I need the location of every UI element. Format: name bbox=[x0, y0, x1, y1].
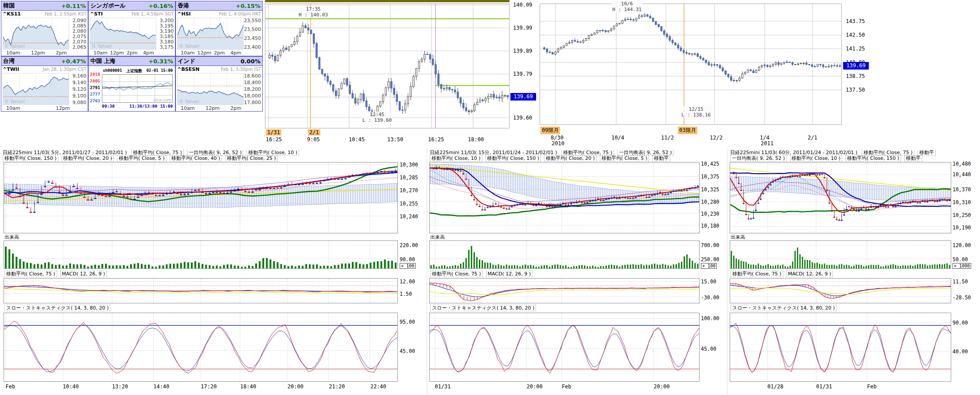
y-tick: 143.75 bbox=[846, 18, 865, 24]
nikkei225mini-5min-chart[interactable]: 日経225mini 11/03( 5分, 2011/01/27 - 2011/0… bbox=[0, 149, 425, 395]
price-tick: 10,255 bbox=[400, 201, 418, 207]
x-tick: 8/30 bbox=[551, 135, 564, 141]
price-tick: 10,250 bbox=[953, 212, 971, 218]
market-widget-taiwan[interactable]: 台湾 +0.47% ^TWII Jan 28, 1:30pm CST 9,160… bbox=[1, 56, 88, 112]
date-highlight-box: 1/31 bbox=[266, 129, 281, 136]
yahoo-watermark: © Yahoo! bbox=[179, 99, 200, 104]
stochastics-tick: 95.00 bbox=[400, 319, 415, 325]
stochastics-tick: 45.00 bbox=[400, 348, 415, 354]
quote-time: Feb 1, 4:59pm SGT bbox=[132, 12, 174, 16]
market-widget-singapore[interactable]: シンガポール +0.16% ^STI Feb 1, 4:59pm SGT 3,2… bbox=[88, 1, 175, 56]
x-tick: 09:30 bbox=[102, 104, 115, 108]
market-name: 台湾 bbox=[3, 57, 15, 65]
market-name: 韓国 bbox=[3, 2, 15, 10]
x-tick: 14:40 bbox=[153, 383, 169, 390]
macd-tick: 15.00 bbox=[701, 279, 716, 285]
stochastics-panel[interactable] bbox=[429, 313, 700, 382]
price-tick: 10,440 bbox=[953, 171, 971, 178]
intraday-canvas bbox=[265, 4, 509, 128]
legend-row-2: 移動平均( Close, 10 )移動平均( Close, 150 )移動平均(… bbox=[430, 155, 673, 162]
x-tick: 18:40 bbox=[240, 383, 256, 390]
y-tick: 2791 bbox=[90, 85, 100, 90]
x-tick: 12pm bbox=[31, 50, 45, 56]
y-tick: 139.99 bbox=[513, 25, 532, 31]
volume-multiplier: × 1000 bbox=[953, 263, 971, 269]
price-panel[interactable] bbox=[4, 162, 398, 233]
stochastics-panel[interactable] bbox=[730, 313, 951, 382]
volume-panel[interactable] bbox=[4, 240, 398, 269]
stochastics-tick: 90.00 bbox=[953, 320, 968, 326]
y-tick: 2819 bbox=[90, 72, 100, 77]
price-tick: 10,240 bbox=[400, 213, 418, 220]
macd-label: 移動平均( Close, 75 )MACD( 12, 26, 9 ) bbox=[4, 271, 110, 277]
sina-y-axis: 28192805279127772763 bbox=[89, 72, 101, 103]
volume-label: 出来高 bbox=[4, 234, 19, 240]
volume-panel[interactable] bbox=[730, 240, 951, 269]
macd-tick: 1.50 bbox=[400, 291, 412, 297]
current-price-box: 139.69 bbox=[843, 62, 869, 70]
volume-tick: 90.00 bbox=[400, 256, 415, 263]
market-name: シンガポール bbox=[90, 2, 126, 10]
price-tick: 10,375 bbox=[701, 174, 719, 180]
widget-chart: 9,1609,1409,1209,1009,080 © Yahoo! bbox=[3, 73, 87, 105]
contract-month-box: 03限月 bbox=[678, 127, 697, 134]
x-tick: 10:45 bbox=[349, 136, 365, 143]
market-widget-hongkong[interactable]: 香港 +0.15% ^HSI Feb 1, 4:00pm HKT 23,5502… bbox=[175, 1, 263, 56]
daily-candle-chart[interactable]: 143.75142.50141.25140.00138.75137.50139.… bbox=[540, 0, 870, 146]
macd-panel[interactable] bbox=[4, 278, 398, 303]
change-percent: +0.16% bbox=[148, 3, 173, 9]
macd-panel[interactable] bbox=[730, 278, 951, 303]
y-tick: 9,140 bbox=[73, 80, 87, 85]
y-tick: 23,550 bbox=[244, 18, 261, 23]
change-percent: +0.31% bbox=[148, 58, 173, 65]
legend-item: 移動平均( Close, 5 ) bbox=[117, 155, 167, 162]
legend-item: 一目均衡表( 9, 26, 52 ) bbox=[730, 155, 787, 162]
market-widget-korea[interactable]: 韓国 +0.11% ^KS11 Feb 1, 2:55pm KST 2,0902… bbox=[1, 1, 88, 56]
market-widget-shanghai[interactable]: 中国 上海 +0.31% sh000001 上证指数 02-01 15:00 2… bbox=[88, 56, 175, 112]
change-percent: +0.47% bbox=[61, 58, 86, 65]
nikkei225mini-15min-chart[interactable]: 日経225mini 11/03( 15分, 2011/01/24 - 2011/… bbox=[427, 149, 726, 395]
x-tick: 10am bbox=[181, 105, 194, 111]
macd-panel-canvas bbox=[730, 279, 951, 303]
volume-panel[interactable] bbox=[429, 240, 700, 269]
nikkei225mini-60min-chart[interactable]: 日経225mini 11/03( 60分, 2011/01/24 - 2011/… bbox=[727, 149, 980, 395]
x-tick: 9:05 bbox=[307, 136, 320, 143]
intraday-y-axis: 140.09139.99139.89139.79139.69139.60 bbox=[511, 4, 536, 128]
yahoo-watermark: © Yahoo! bbox=[4, 44, 25, 49]
stochastics-label: スロー・ストキャスティクス( 14, 3, 80, 20 ) bbox=[4, 305, 113, 311]
x-tick: 16:25 bbox=[266, 136, 282, 143]
y-tick: 18,000 bbox=[244, 93, 261, 99]
price-panel[interactable] bbox=[730, 162, 951, 233]
legend-row-2: 一目均衡表( 9, 26, 52 )移動平均( Close, 10 )移動平均(… bbox=[730, 155, 926, 162]
low-time: 12:45 bbox=[362, 112, 392, 117]
x-tick: 12/2 bbox=[710, 135, 723, 141]
sina-quote-time: 02-01 15:00 bbox=[146, 68, 173, 74]
x-tick: 4pm bbox=[143, 50, 154, 56]
widget-header: 台湾 +0.47% bbox=[1, 57, 88, 66]
intraday-plot[interactable] bbox=[265, 4, 509, 128]
macd-panel-canvas bbox=[4, 279, 397, 303]
stochastics-label: スロー・ストキャスティクス( 14, 3, 80, 20 ) bbox=[731, 305, 840, 311]
y-tick: 9,160 bbox=[73, 73, 87, 79]
intraday-candle-chart[interactable]: 140.09139.99139.89139.79139.69139.60139.… bbox=[265, 0, 537, 146]
market-widgets-grid: 韓国 +0.11% ^KS11 Feb 1, 2:55pm KST 2,0902… bbox=[1, 1, 264, 112]
price-tick: 10,280 bbox=[701, 199, 719, 205]
price-panel[interactable] bbox=[429, 162, 700, 233]
x-tick: 2pm bbox=[214, 50, 225, 56]
bottom-x-axis: Feb10:4013:2014:4017:2018:4020:0021:2022… bbox=[4, 383, 398, 391]
x-tick: 13:50 bbox=[387, 136, 403, 143]
y-tick: 9,080 bbox=[73, 100, 87, 105]
ticker-symbol: ^KS11 bbox=[3, 11, 21, 17]
widget-header: 韓国 +0.11% bbox=[1, 1, 88, 11]
y-tick: 18,600 bbox=[244, 73, 261, 79]
market-widget-india[interactable]: インド 0.00% ^BSESN Feb 1, 3:30pm IST 18,60… bbox=[175, 56, 263, 112]
x-tick: 12pm bbox=[110, 50, 124, 56]
ticker-symbol: ^BSESN bbox=[177, 66, 199, 72]
macd-panel[interactable] bbox=[429, 278, 700, 303]
price-tick: 10,325 bbox=[701, 186, 719, 193]
legend-item: MACD( 12, 26, 9 ) bbox=[60, 271, 107, 277]
chart-header: 日経225mini 11/03( 5分, 2011/01/27 - 2011/0… bbox=[3, 150, 424, 162]
x-tick: 11:30/13:00 bbox=[129, 104, 157, 108]
x-tick: Feb bbox=[562, 383, 572, 390]
stochastics-panel[interactable] bbox=[4, 313, 398, 382]
